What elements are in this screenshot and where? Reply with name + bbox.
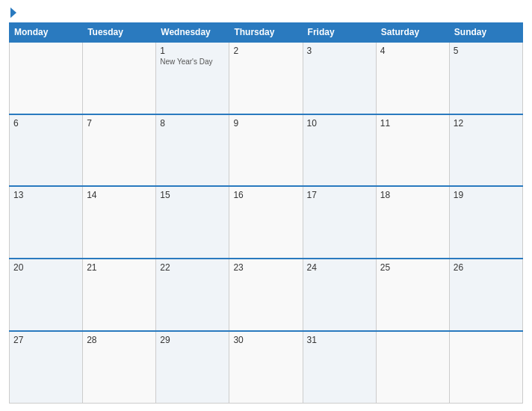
calendar-wrap: MondayTuesdayWednesdayThursdayFridaySatu… [9, 22, 523, 404]
calendar-cell [449, 331, 522, 404]
logo-triangle-icon [10, 7, 16, 18]
calendar-cell: 5 [449, 42, 522, 114]
header [9, 7, 523, 18]
calendar-cell: 1New Year's Day [156, 42, 229, 114]
day-number: 2 [233, 46, 298, 56]
calendar-cell: 24 [303, 259, 376, 331]
calendar-page: MondayTuesdayWednesdayThursdayFridaySatu… [0, 0, 532, 411]
day-number: 19 [454, 190, 519, 200]
day-number: 24 [307, 262, 372, 273]
day-number: 25 [380, 262, 445, 273]
day-number: 16 [233, 190, 298, 200]
calendar-cell: 21 [83, 259, 156, 331]
day-number: 1 [160, 46, 225, 56]
day-number: 12 [454, 118, 519, 129]
calendar-cell: 17 [303, 186, 376, 259]
calendar-cell [83, 42, 156, 114]
calendar-cell: 27 [10, 331, 83, 404]
calendar-cell: 25 [376, 259, 449, 331]
day-number: 26 [454, 262, 519, 273]
calendar-cell [10, 42, 83, 114]
day-header-monday: Monday [10, 23, 83, 43]
calendar-cell: 3 [303, 42, 376, 114]
days-header-row: MondayTuesdayWednesdayThursdayFridaySatu… [10, 23, 523, 43]
calendar-cell: 11 [376, 114, 449, 187]
calendar-cell: 30 [229, 331, 303, 404]
day-header-tuesday: Tuesday [83, 23, 156, 43]
day-number: 23 [233, 262, 298, 273]
day-number: 20 [13, 262, 78, 273]
day-number: 4 [380, 46, 445, 56]
calendar-cell: 7 [83, 114, 156, 187]
week-row-3: 13141516171819 [10, 186, 523, 259]
calendar-cell: 12 [449, 114, 522, 187]
day-number: 22 [160, 262, 225, 273]
day-number: 15 [160, 190, 225, 200]
day-number: 27 [13, 335, 78, 345]
day-number: 30 [233, 335, 298, 345]
day-number: 14 [87, 190, 152, 200]
calendar-cell: 19 [449, 186, 522, 259]
calendar-cell: 14 [83, 186, 156, 259]
calendar-cell: 26 [449, 259, 522, 331]
calendar-cell: 4 [376, 42, 449, 114]
week-row-2: 6789101112 [10, 114, 523, 187]
day-number: 18 [380, 190, 445, 200]
day-number: 17 [307, 190, 372, 200]
calendar-cell: 31 [303, 331, 376, 404]
calendar-cell: 8 [156, 114, 229, 187]
day-header-saturday: Saturday [376, 23, 449, 43]
calendar-cell: 29 [156, 331, 229, 404]
day-number: 7 [87, 118, 152, 129]
day-number: 3 [307, 46, 372, 56]
week-row-5: 2728293031 [10, 331, 523, 404]
calendar-cell: 2 [229, 42, 303, 114]
calendar-cell: 10 [303, 114, 376, 187]
day-header-thursday: Thursday [229, 23, 303, 43]
logo [9, 7, 16, 18]
day-number: 29 [160, 335, 225, 345]
calendar-cell: 18 [376, 186, 449, 259]
calendar-cell [376, 331, 449, 404]
calendar-cell: 16 [229, 186, 303, 259]
week-row-1: 1New Year's Day2345 [10, 42, 523, 114]
calendar-cell: 15 [156, 186, 229, 259]
day-number: 6 [13, 118, 78, 129]
calendar-cell: 28 [83, 331, 156, 404]
calendar-cell: 20 [10, 259, 83, 331]
calendar-cell: 23 [229, 259, 303, 331]
week-row-4: 20212223242526 [10, 259, 523, 331]
day-number: 31 [307, 335, 372, 345]
day-number: 11 [380, 118, 445, 129]
calendar-cell: 13 [10, 186, 83, 259]
day-number: 10 [307, 118, 372, 129]
day-header-wednesday: Wednesday [156, 23, 229, 43]
day-number: 9 [233, 118, 298, 129]
calendar-table: MondayTuesdayWednesdayThursdayFridaySatu… [9, 22, 523, 404]
day-number: 28 [87, 335, 152, 345]
calendar-cell: 9 [229, 114, 303, 187]
calendar-cell: 6 [10, 114, 83, 187]
holiday-label: New Year's Day [160, 58, 225, 66]
day-number: 8 [160, 118, 225, 129]
day-header-sunday: Sunday [449, 23, 522, 43]
day-number: 5 [454, 46, 519, 56]
day-number: 21 [87, 262, 152, 273]
calendar-cell: 22 [156, 259, 229, 331]
day-number: 13 [13, 190, 78, 200]
day-header-friday: Friday [303, 23, 376, 43]
